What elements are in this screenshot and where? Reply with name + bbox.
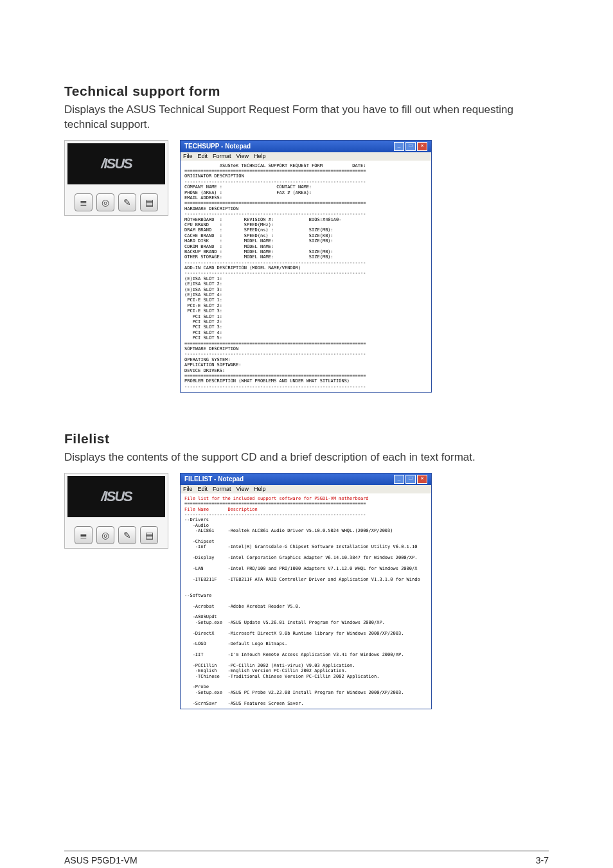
menu-edit[interactable]: Edit <box>198 153 208 160</box>
maximize-button[interactable]: □ <box>405 475 416 484</box>
close-button[interactable]: × <box>417 142 427 151</box>
asus-logo: /ISUS <box>67 476 165 517</box>
menu-format[interactable]: Format <box>213 153 231 160</box>
footer-product: ASUS P5GD1-VM <box>64 855 138 865</box>
list-icon: ≣ <box>75 193 93 211</box>
section-desc-techsupport: Displays the ASUS Technical Support Requ… <box>64 103 549 132</box>
menu-view[interactable]: View <box>236 486 249 493</box>
list-icon: ≣ <box>75 526 93 544</box>
menu-file[interactable]: File <box>183 486 193 493</box>
asus-logo: /ISUS <box>67 143 165 184</box>
menu-format[interactable]: Format <box>213 486 231 493</box>
section-title-techsupport: Technical support form <box>64 84 549 99</box>
menu-file[interactable]: File <box>183 153 193 160</box>
menu-view[interactable]: View <box>236 153 249 160</box>
maximize-button[interactable]: □ <box>405 142 416 151</box>
notepad-body-filelist: File list for the included support softw… <box>181 493 431 709</box>
disc-icon: ◎ <box>96 193 114 211</box>
page-icon: ▤ <box>140 526 158 544</box>
section-title-filelist: Filelist <box>64 431 549 447</box>
svg-text:/ISUS: /ISUS <box>100 155 133 172</box>
menu-help[interactable]: Help <box>254 153 266 160</box>
thumbnail-filelist: /ISUS ≣ ◎ ✎ ▤ <box>64 473 168 549</box>
notepad-body-techsupport: ASUSTeK TECHNICAL SUPPORT REQUEST FORM D… <box>181 161 431 392</box>
window-title: TECHSUPP - Notepad <box>184 143 251 150</box>
wrench-icon: ✎ <box>118 193 136 211</box>
close-button[interactable]: × <box>417 475 427 484</box>
thumbnail-techsupport: /ISUS ≣ ◎ ✎ ▤ <box>64 140 168 216</box>
menubar[interactable]: File Edit Format View Help <box>181 152 431 161</box>
section-desc-filelist: Displays the contents of the support CD … <box>64 450 549 465</box>
menubar[interactable]: File Edit Format View Help <box>181 485 431 493</box>
page-icon: ▤ <box>140 193 158 211</box>
wrench-icon: ✎ <box>118 526 136 544</box>
notepad-window-filelist: FILELIST - Notepad _ □ × File Edit Forma… <box>180 473 432 709</box>
menu-help[interactable]: Help <box>254 486 266 493</box>
menu-edit[interactable]: Edit <box>198 486 208 493</box>
window-title: FILELIST - Notepad <box>184 475 244 483</box>
disc-icon: ◎ <box>96 526 114 544</box>
notepad-window-techsupport: TECHSUPP - Notepad _ □ × File Edit Forma… <box>180 140 432 393</box>
minimize-button[interactable]: _ <box>394 475 404 484</box>
minimize-button[interactable]: _ <box>394 142 404 151</box>
footer-page-number: 3-7 <box>536 855 549 865</box>
svg-text:/ISUS: /ISUS <box>100 488 133 504</box>
